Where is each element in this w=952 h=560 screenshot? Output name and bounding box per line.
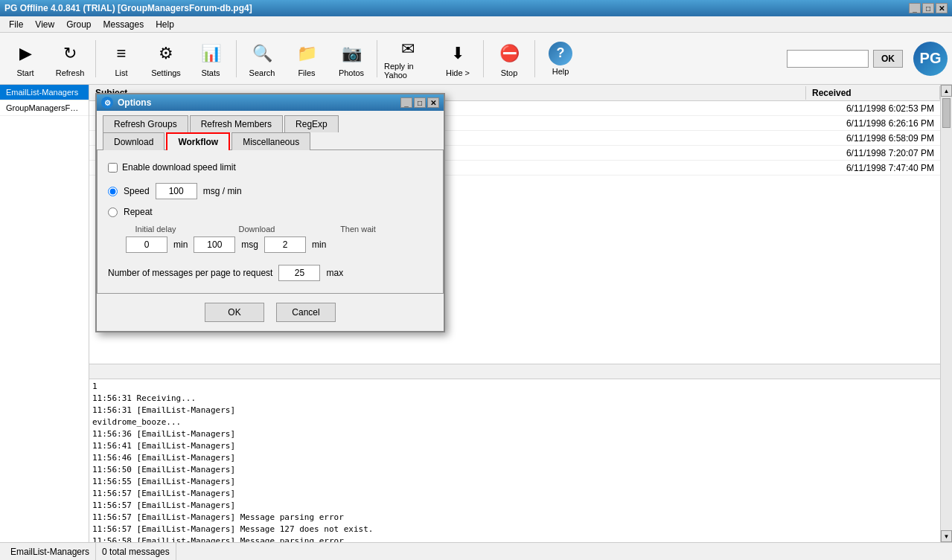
- sidebar-item-emaillist[interactable]: EmailList-Managers: [0, 85, 89, 100]
- speed-radio[interactable]: [108, 187, 118, 196]
- modal-close-button[interactable]: ✕: [427, 97, 439, 108]
- modal-cancel-button[interactable]: Cancel: [276, 303, 336, 322]
- log-line: 11:56:55 [EmailList-Managers]: [92, 476, 937, 488]
- enable-speed-limit-checkbox[interactable]: [108, 163, 118, 173]
- search-label: Search: [249, 68, 275, 77]
- log-line: 11:56:31 Receiving...: [92, 393, 937, 405]
- stats-button[interactable]: 📊 Stats: [190, 36, 231, 82]
- tab-download[interactable]: Download: [103, 132, 164, 150]
- hide-button[interactable]: ⬇ Hide >: [437, 36, 479, 82]
- modal-footer: OK Cancel: [97, 294, 444, 331]
- tab-regexp[interactable]: RegExp: [284, 115, 339, 132]
- toolbar-search-input[interactable]: [787, 50, 869, 68]
- msg-received: 6/11/1998 7:47:40 PM: [806, 163, 940, 173]
- settings-button[interactable]: ⚙ Settings: [145, 36, 187, 82]
- msg-per-page-row: Number of messages per page to request m…: [108, 265, 432, 281]
- stop-icon: ⛔: [496, 40, 523, 67]
- menu-help[interactable]: Help: [150, 18, 180, 31]
- modal-ok-button[interactable]: OK: [205, 303, 264, 322]
- log-line: 11:56:46 [EmailList-Managers]: [92, 452, 937, 464]
- sidebar-item-groupmanagers[interactable]: GroupManagersForum: [0, 100, 89, 116]
- refresh-button[interactable]: ↻ Refresh: [49, 36, 91, 82]
- list-button[interactable]: ≡ List: [100, 36, 142, 82]
- photos-button[interactable]: 📷 Photos: [330, 36, 372, 82]
- then-wait-col: Then wait: [328, 225, 388, 234]
- title-bar-buttons: _ □ ✕: [909, 3, 948, 13]
- modal-tabs: Refresh Groups Refresh Members RegExp Do…: [97, 111, 444, 150]
- msg-received: 6/11/1998 6:58:09 PM: [806, 133, 940, 144]
- repeat-radio[interactable]: [108, 207, 118, 217]
- search-button[interactable]: 🔍 Search: [241, 36, 283, 82]
- maximize-button[interactable]: □: [922, 3, 934, 13]
- modal-maximize-button[interactable]: □: [414, 97, 426, 108]
- tab-workflow[interactable]: Workflow: [166, 132, 230, 150]
- title-bar: PG Offline 4.0.841 (TRIAL) [GroupManager…: [0, 0, 952, 16]
- log-line: 11:56:57 [EmailList-Managers] Message 12…: [92, 524, 937, 535]
- msg-received: 6/11/1998 7:20:07 PM: [806, 148, 940, 158]
- options-dialog: ⚙ Options _ □ ✕ Refresh Groups Refresh M…: [95, 93, 445, 332]
- tab-refresh-groups[interactable]: Refresh Groups: [103, 115, 188, 132]
- settings-label: Settings: [151, 68, 181, 77]
- then-wait-input[interactable]: [264, 236, 306, 253]
- search-icon: 🔍: [249, 40, 275, 67]
- list-icon: ≡: [108, 40, 135, 67]
- files-icon: 📁: [293, 40, 320, 67]
- scroll-thumb[interactable]: [942, 98, 951, 128]
- initial-delay-header: Initial delay: [135, 225, 176, 234]
- modal-icon: ⚙: [101, 97, 113, 109]
- menu-bar: File View Group Messages Help: [0, 16, 952, 33]
- minimize-button[interactable]: _: [909, 3, 921, 13]
- scroll-track[interactable]: [941, 97, 952, 530]
- scroll-down-arrow[interactable]: ▼: [941, 530, 952, 542]
- log-line: 11:56:57 [EmailList-Managers]: [92, 500, 937, 512]
- menu-file[interactable]: File: [3, 18, 29, 31]
- menu-group[interactable]: Group: [60, 18, 97, 31]
- toolbar: ▶ Start ↻ Refresh ≡ List ⚙ Settings 📊 St…: [0, 33, 952, 85]
- refresh-label: Refresh: [56, 68, 85, 77]
- stop-label: Stop: [501, 68, 518, 77]
- download-col: Download: [227, 225, 287, 234]
- close-button[interactable]: ✕: [936, 3, 948, 13]
- stats-icon: 📊: [197, 40, 224, 67]
- reply-icon: ✉: [394, 38, 421, 60]
- log-line: 11:56:58 [EmailList-Managers] Message pa…: [92, 535, 937, 542]
- download-unit: msg: [241, 239, 258, 250]
- status-messages: 0 total messages: [96, 543, 176, 560]
- start-button[interactable]: ▶ Start: [4, 36, 46, 82]
- log-line: 11:56:31 [EmailList-Managers]: [92, 405, 937, 416]
- photos-icon: 📷: [338, 40, 365, 67]
- vertical-scrollbar[interactable]: ▲ ▼: [940, 85, 952, 542]
- log-area: 1 11:56:31 Receiving... 11:56:31 [EmailL…: [89, 379, 940, 542]
- files-button[interactable]: 📁 Files: [286, 36, 328, 82]
- tab-refresh-members[interactable]: Refresh Members: [190, 115, 283, 132]
- initial-delay-input[interactable]: [126, 236, 167, 253]
- reply-button[interactable]: ✉ Reply in Yahoo: [382, 36, 434, 82]
- repeat-radio-row: Repeat: [108, 207, 432, 217]
- toolbar-search-box: OK PG: [787, 42, 948, 76]
- horizontal-scrollbar[interactable]: [89, 364, 940, 379]
- speed-radio-row: Speed msg / min: [108, 183, 432, 199]
- help-button[interactable]: ? Help: [540, 36, 581, 82]
- refresh-icon: ↻: [57, 40, 83, 67]
- left-panel: EmailList-Managers GroupManagersForum: [0, 85, 89, 542]
- toolbar-divider-2: [236, 40, 237, 77]
- stop-button[interactable]: ⛔ Stop: [488, 36, 530, 82]
- modal-minimize-button[interactable]: _: [400, 97, 412, 108]
- menu-messages[interactable]: Messages: [98, 18, 150, 31]
- menu-view[interactable]: View: [29, 18, 60, 31]
- scroll-up-arrow[interactable]: ▲: [941, 85, 952, 97]
- msg-received: 6/11/1998 6:26:16 PM: [806, 118, 940, 129]
- settings-icon: ⚙: [153, 40, 179, 67]
- then-wait-header: Then wait: [340, 225, 376, 234]
- msg-per-page-input[interactable]: [278, 265, 320, 281]
- start-label: Start: [16, 68, 33, 77]
- speed-radio-label: Speed: [124, 186, 150, 196]
- download-count-input[interactable]: [194, 236, 235, 253]
- toolbar-ok-button[interactable]: OK: [873, 50, 903, 68]
- tab-row-2: Download Workflow Miscellaneous: [103, 132, 438, 150]
- initial-delay-col: Initial delay: [126, 225, 185, 234]
- tab-miscellaneous[interactable]: Miscellaneous: [231, 132, 310, 150]
- repeat-radio-label: Repeat: [124, 207, 153, 217]
- speed-value-input[interactable]: [156, 183, 197, 199]
- modal-title-buttons: _ □ ✕: [400, 97, 439, 108]
